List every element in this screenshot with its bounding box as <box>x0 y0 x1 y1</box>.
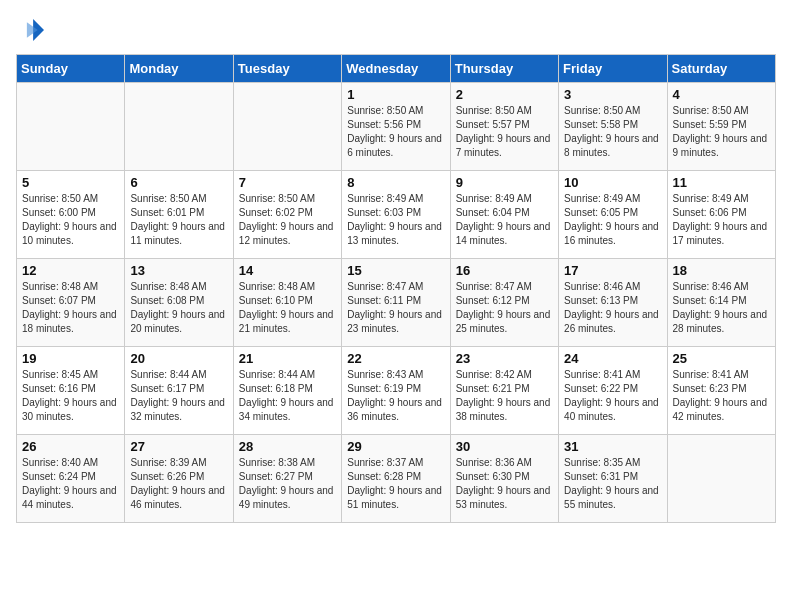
calendar-cell: 19Sunrise: 8:45 AM Sunset: 6:16 PM Dayli… <box>17 347 125 435</box>
day-number: 3 <box>564 87 661 102</box>
calendar-cell <box>667 435 775 523</box>
day-info: Sunrise: 8:47 AM Sunset: 6:11 PM Dayligh… <box>347 280 444 336</box>
day-info: Sunrise: 8:37 AM Sunset: 6:28 PM Dayligh… <box>347 456 444 512</box>
calendar-cell: 7Sunrise: 8:50 AM Sunset: 6:02 PM Daylig… <box>233 171 341 259</box>
day-number: 12 <box>22 263 119 278</box>
calendar-cell: 26Sunrise: 8:40 AM Sunset: 6:24 PM Dayli… <box>17 435 125 523</box>
calendar-cell: 29Sunrise: 8:37 AM Sunset: 6:28 PM Dayli… <box>342 435 450 523</box>
calendar-cell: 18Sunrise: 8:46 AM Sunset: 6:14 PM Dayli… <box>667 259 775 347</box>
day-number: 17 <box>564 263 661 278</box>
day-info: Sunrise: 8:36 AM Sunset: 6:30 PM Dayligh… <box>456 456 553 512</box>
day-info: Sunrise: 8:49 AM Sunset: 6:03 PM Dayligh… <box>347 192 444 248</box>
calendar-cell: 8Sunrise: 8:49 AM Sunset: 6:03 PM Daylig… <box>342 171 450 259</box>
calendar-cell: 1Sunrise: 8:50 AM Sunset: 5:56 PM Daylig… <box>342 83 450 171</box>
calendar-cell: 31Sunrise: 8:35 AM Sunset: 6:31 PM Dayli… <box>559 435 667 523</box>
day-number: 4 <box>673 87 770 102</box>
day-number: 29 <box>347 439 444 454</box>
calendar-cell: 2Sunrise: 8:50 AM Sunset: 5:57 PM Daylig… <box>450 83 558 171</box>
calendar-week-row: 5Sunrise: 8:50 AM Sunset: 6:00 PM Daylig… <box>17 171 776 259</box>
day-info: Sunrise: 8:47 AM Sunset: 6:12 PM Dayligh… <box>456 280 553 336</box>
day-number: 23 <box>456 351 553 366</box>
logo-icon <box>16 16 44 44</box>
day-number: 7 <box>239 175 336 190</box>
calendar-cell: 16Sunrise: 8:47 AM Sunset: 6:12 PM Dayli… <box>450 259 558 347</box>
day-number: 25 <box>673 351 770 366</box>
weekday-header-sunday: Sunday <box>17 55 125 83</box>
day-info: Sunrise: 8:44 AM Sunset: 6:17 PM Dayligh… <box>130 368 227 424</box>
day-info: Sunrise: 8:46 AM Sunset: 6:14 PM Dayligh… <box>673 280 770 336</box>
calendar-week-row: 19Sunrise: 8:45 AM Sunset: 6:16 PM Dayli… <box>17 347 776 435</box>
day-info: Sunrise: 8:42 AM Sunset: 6:21 PM Dayligh… <box>456 368 553 424</box>
day-number: 11 <box>673 175 770 190</box>
calendar-cell: 12Sunrise: 8:48 AM Sunset: 6:07 PM Dayli… <box>17 259 125 347</box>
calendar-cell: 17Sunrise: 8:46 AM Sunset: 6:13 PM Dayli… <box>559 259 667 347</box>
weekday-header-row: SundayMondayTuesdayWednesdayThursdayFrid… <box>17 55 776 83</box>
day-info: Sunrise: 8:40 AM Sunset: 6:24 PM Dayligh… <box>22 456 119 512</box>
day-info: Sunrise: 8:46 AM Sunset: 6:13 PM Dayligh… <box>564 280 661 336</box>
calendar-week-row: 1Sunrise: 8:50 AM Sunset: 5:56 PM Daylig… <box>17 83 776 171</box>
calendar-week-row: 12Sunrise: 8:48 AM Sunset: 6:07 PM Dayli… <box>17 259 776 347</box>
day-info: Sunrise: 8:44 AM Sunset: 6:18 PM Dayligh… <box>239 368 336 424</box>
calendar-cell: 11Sunrise: 8:49 AM Sunset: 6:06 PM Dayli… <box>667 171 775 259</box>
calendar-cell: 23Sunrise: 8:42 AM Sunset: 6:21 PM Dayli… <box>450 347 558 435</box>
calendar-cell <box>233 83 341 171</box>
day-number: 28 <box>239 439 336 454</box>
calendar-cell: 14Sunrise: 8:48 AM Sunset: 6:10 PM Dayli… <box>233 259 341 347</box>
calendar-cell: 28Sunrise: 8:38 AM Sunset: 6:27 PM Dayli… <box>233 435 341 523</box>
day-info: Sunrise: 8:41 AM Sunset: 6:22 PM Dayligh… <box>564 368 661 424</box>
day-number: 26 <box>22 439 119 454</box>
day-info: Sunrise: 8:48 AM Sunset: 6:07 PM Dayligh… <box>22 280 119 336</box>
calendar-cell <box>125 83 233 171</box>
day-number: 8 <box>347 175 444 190</box>
weekday-header-tuesday: Tuesday <box>233 55 341 83</box>
day-number: 30 <box>456 439 553 454</box>
day-number: 22 <box>347 351 444 366</box>
day-info: Sunrise: 8:50 AM Sunset: 5:56 PM Dayligh… <box>347 104 444 160</box>
day-number: 18 <box>673 263 770 278</box>
day-info: Sunrise: 8:50 AM Sunset: 5:57 PM Dayligh… <box>456 104 553 160</box>
day-info: Sunrise: 8:49 AM Sunset: 6:04 PM Dayligh… <box>456 192 553 248</box>
calendar-cell: 15Sunrise: 8:47 AM Sunset: 6:11 PM Dayli… <box>342 259 450 347</box>
calendar-cell: 13Sunrise: 8:48 AM Sunset: 6:08 PM Dayli… <box>125 259 233 347</box>
day-number: 31 <box>564 439 661 454</box>
calendar-cell: 27Sunrise: 8:39 AM Sunset: 6:26 PM Dayli… <box>125 435 233 523</box>
day-number: 9 <box>456 175 553 190</box>
calendar-table: SundayMondayTuesdayWednesdayThursdayFrid… <box>16 54 776 523</box>
day-number: 5 <box>22 175 119 190</box>
calendar-cell: 3Sunrise: 8:50 AM Sunset: 5:58 PM Daylig… <box>559 83 667 171</box>
page-header <box>16 16 776 44</box>
day-number: 6 <box>130 175 227 190</box>
day-info: Sunrise: 8:49 AM Sunset: 6:05 PM Dayligh… <box>564 192 661 248</box>
weekday-header-monday: Monday <box>125 55 233 83</box>
day-number: 24 <box>564 351 661 366</box>
day-info: Sunrise: 8:43 AM Sunset: 6:19 PM Dayligh… <box>347 368 444 424</box>
calendar-cell: 20Sunrise: 8:44 AM Sunset: 6:17 PM Dayli… <box>125 347 233 435</box>
calendar-cell: 4Sunrise: 8:50 AM Sunset: 5:59 PM Daylig… <box>667 83 775 171</box>
day-info: Sunrise: 8:38 AM Sunset: 6:27 PM Dayligh… <box>239 456 336 512</box>
calendar-cell: 9Sunrise: 8:49 AM Sunset: 6:04 PM Daylig… <box>450 171 558 259</box>
day-info: Sunrise: 8:50 AM Sunset: 5:59 PM Dayligh… <box>673 104 770 160</box>
weekday-header-saturday: Saturday <box>667 55 775 83</box>
calendar-cell: 24Sunrise: 8:41 AM Sunset: 6:22 PM Dayli… <box>559 347 667 435</box>
day-number: 27 <box>130 439 227 454</box>
calendar-week-row: 26Sunrise: 8:40 AM Sunset: 6:24 PM Dayli… <box>17 435 776 523</box>
calendar-cell: 10Sunrise: 8:49 AM Sunset: 6:05 PM Dayli… <box>559 171 667 259</box>
calendar-cell: 21Sunrise: 8:44 AM Sunset: 6:18 PM Dayli… <box>233 347 341 435</box>
day-number: 15 <box>347 263 444 278</box>
day-info: Sunrise: 8:48 AM Sunset: 6:08 PM Dayligh… <box>130 280 227 336</box>
day-number: 10 <box>564 175 661 190</box>
day-number: 1 <box>347 87 444 102</box>
calendar-cell: 25Sunrise: 8:41 AM Sunset: 6:23 PM Dayli… <box>667 347 775 435</box>
day-number: 13 <box>130 263 227 278</box>
day-number: 16 <box>456 263 553 278</box>
weekday-header-friday: Friday <box>559 55 667 83</box>
calendar-cell: 5Sunrise: 8:50 AM Sunset: 6:00 PM Daylig… <box>17 171 125 259</box>
day-info: Sunrise: 8:48 AM Sunset: 6:10 PM Dayligh… <box>239 280 336 336</box>
day-info: Sunrise: 8:41 AM Sunset: 6:23 PM Dayligh… <box>673 368 770 424</box>
calendar-cell: 6Sunrise: 8:50 AM Sunset: 6:01 PM Daylig… <box>125 171 233 259</box>
day-info: Sunrise: 8:50 AM Sunset: 6:00 PM Dayligh… <box>22 192 119 248</box>
day-info: Sunrise: 8:50 AM Sunset: 5:58 PM Dayligh… <box>564 104 661 160</box>
day-info: Sunrise: 8:45 AM Sunset: 6:16 PM Dayligh… <box>22 368 119 424</box>
day-number: 2 <box>456 87 553 102</box>
weekday-header-thursday: Thursday <box>450 55 558 83</box>
